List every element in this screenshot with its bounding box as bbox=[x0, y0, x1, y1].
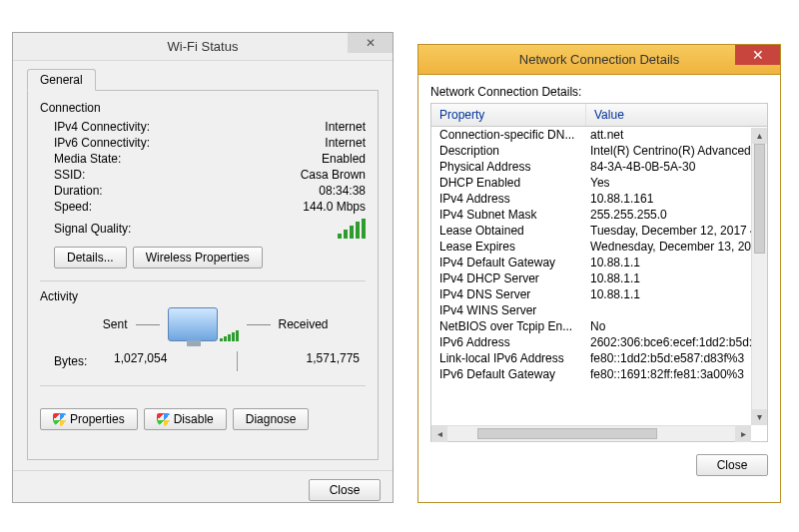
wireless-properties-button[interactable]: Wireless Properties bbox=[133, 247, 263, 268]
divider bbox=[237, 351, 238, 371]
value-cell: Yes bbox=[586, 175, 751, 191]
property-cell: Lease Obtained bbox=[431, 223, 586, 239]
property-cell: Link-local IPv6 Address bbox=[431, 350, 586, 366]
media-state-label: Media State: bbox=[54, 152, 121, 166]
signal-bars-icon bbox=[338, 219, 366, 239]
value-cell: 10.88.1.1 bbox=[586, 286, 751, 302]
property-cell: IPv4 Address bbox=[431, 191, 586, 207]
property-cell: DHCP Enabled bbox=[431, 175, 586, 191]
scrollbar-thumb[interactable] bbox=[754, 144, 765, 254]
duration-label: Duration: bbox=[54, 184, 103, 198]
close-button[interactable]: Close bbox=[696, 454, 768, 476]
property-cell: Connection-specific DN... bbox=[431, 127, 586, 143]
speed-value: 144.0 Mbps bbox=[303, 200, 366, 214]
value-cell: att.net bbox=[586, 127, 751, 143]
value-cell: Wednesday, December 13, 2017 4:55 bbox=[586, 239, 751, 255]
scroll-right-icon[interactable]: ▸ bbox=[735, 426, 751, 442]
horizontal-scrollbar[interactable]: ◂ ▸ bbox=[431, 425, 751, 441]
property-cell: IPv4 WINS Server bbox=[431, 302, 586, 318]
disable-button-label: Disable bbox=[174, 412, 214, 426]
properties-button[interactable]: Properties bbox=[40, 408, 138, 430]
signal-quality-label: Signal Quality: bbox=[54, 222, 338, 236]
tabstrip: General bbox=[27, 69, 379, 91]
signal-bars-icon bbox=[220, 329, 239, 341]
table-row[interactable]: Lease ObtainedTuesday, December 12, 2017… bbox=[431, 223, 751, 239]
table-row[interactable]: IPv6 Default Gatewayfe80::1691:82ff:fe81… bbox=[431, 366, 751, 382]
sent-label: Sent bbox=[58, 317, 128, 331]
property-cell: IPv4 Default Gateway bbox=[431, 255, 586, 270]
media-state-value: Enabled bbox=[322, 152, 366, 166]
scroll-up-icon[interactable]: ▴ bbox=[752, 128, 767, 144]
tab-general[interactable]: General bbox=[27, 69, 96, 91]
value-cell: fe80::1691:82ff:fe81:3a00%3 bbox=[586, 366, 751, 382]
close-button[interactable]: Close bbox=[309, 479, 381, 501]
network-connection-details-window: Network Connection Details ✕ Network Con… bbox=[417, 44, 781, 503]
table-row[interactable]: NetBIOS over Tcpip En...No bbox=[431, 318, 751, 334]
titlebar[interactable]: Wi-Fi Status ✕ bbox=[13, 33, 393, 61]
value-cell: 84-3A-4B-0B-5A-30 bbox=[586, 159, 751, 175]
table-row[interactable]: Connection-specific DN...att.net bbox=[431, 127, 751, 143]
ssid-label: SSID: bbox=[54, 168, 85, 182]
ipv6-connectivity-label: IPv6 Connectivity: bbox=[54, 136, 150, 150]
scroll-down-icon[interactable]: ▾ bbox=[752, 409, 767, 425]
value-cell: 10.88.1.1 bbox=[586, 255, 751, 270]
property-cell: IPv4 DNS Server bbox=[431, 286, 586, 302]
column-header-property[interactable]: Property bbox=[431, 104, 586, 126]
value-cell: 10.88.1.161 bbox=[586, 191, 751, 207]
table-row[interactable]: IPv4 WINS Server bbox=[431, 302, 751, 318]
connection-group-label: Connection bbox=[40, 101, 366, 115]
details-table: Property Value Connection-specific DN...… bbox=[430, 103, 768, 442]
diagnose-button[interactable]: Diagnose bbox=[233, 408, 310, 430]
scroll-left-icon[interactable]: ◂ bbox=[431, 426, 447, 442]
received-label: Received bbox=[279, 317, 349, 331]
close-icon[interactable]: ✕ bbox=[348, 33, 393, 53]
shield-icon bbox=[53, 413, 66, 426]
shield-icon bbox=[157, 413, 170, 426]
table-row[interactable]: IPv4 DNS Server10.88.1.1 bbox=[431, 286, 751, 302]
property-cell: NetBIOS over Tcpip En... bbox=[431, 318, 586, 334]
ssid-value: Casa Brown bbox=[301, 168, 366, 182]
property-cell: Lease Expires bbox=[431, 239, 586, 255]
close-icon[interactable]: ✕ bbox=[735, 45, 780, 65]
table-row[interactable]: IPv4 Subnet Mask255.255.255.0 bbox=[431, 207, 751, 223]
received-bytes-value: 1,571,775 bbox=[307, 351, 360, 371]
table-row[interactable]: DescriptionIntel(R) Centrino(R) Advanced… bbox=[431, 143, 751, 159]
speed-label: Speed: bbox=[54, 200, 92, 214]
activity-group-label: Activity bbox=[40, 289, 366, 303]
ipv6-connectivity-value: Internet bbox=[325, 136, 366, 150]
duration-value: 08:34:38 bbox=[319, 184, 366, 198]
disable-button[interactable]: Disable bbox=[144, 408, 227, 430]
window-title: Wi-Fi Status bbox=[168, 39, 239, 54]
wifi-status-window: Wi-Fi Status ✕ General Connection IPv4 C… bbox=[12, 32, 394, 503]
table-row[interactable]: IPv4 DHCP Server10.88.1.1 bbox=[431, 270, 751, 286]
ipv4-connectivity-label: IPv4 Connectivity: bbox=[54, 120, 150, 134]
value-cell: No bbox=[586, 318, 751, 334]
property-cell: IPv6 Default Gateway bbox=[431, 366, 586, 382]
details-subtitle: Network Connection Details: bbox=[430, 81, 768, 103]
window-title: Network Connection Details bbox=[519, 52, 679, 67]
column-header-value[interactable]: Value bbox=[586, 104, 767, 126]
value-cell: 255.255.255.0 bbox=[586, 207, 751, 223]
table-row[interactable]: DHCP EnabledYes bbox=[431, 175, 751, 191]
properties-button-label: Properties bbox=[70, 412, 125, 426]
table-row[interactable]: Link-local IPv6 Addressfe80::1dd2:b5d:e5… bbox=[431, 350, 751, 366]
table-row[interactable]: Lease ExpiresWednesday, December 13, 201… bbox=[431, 239, 751, 255]
value-cell: Tuesday, December 12, 2017 4:55:25 bbox=[586, 223, 751, 239]
table-row[interactable]: Physical Address84-3A-4B-0B-5A-30 bbox=[431, 159, 751, 175]
bytes-label: Bytes: bbox=[54, 354, 114, 368]
table-row[interactable]: IPv4 Default Gateway10.88.1.1 bbox=[431, 255, 751, 270]
details-button[interactable]: Details... bbox=[54, 247, 127, 268]
property-cell: IPv6 Address bbox=[431, 334, 586, 350]
titlebar[interactable]: Network Connection Details ✕ bbox=[418, 45, 780, 75]
sent-bytes-value: 1,027,054 bbox=[114, 351, 167, 371]
vertical-scrollbar[interactable]: ▴ ▾ bbox=[751, 128, 767, 425]
ipv4-connectivity-value: Internet bbox=[325, 120, 366, 134]
table-row[interactable]: IPv4 Address10.88.1.161 bbox=[431, 191, 751, 207]
table-row[interactable]: IPv6 Address2602:306:bce6:ecef:1dd2:b5d:… bbox=[431, 334, 751, 350]
scrollbar-thumb[interactable] bbox=[477, 428, 657, 439]
property-cell: Description bbox=[431, 143, 586, 159]
monitor-icon bbox=[168, 307, 218, 341]
value-cell: Intel(R) Centrino(R) Advanced-N 6205 bbox=[586, 143, 751, 159]
value-cell: 10.88.1.1 bbox=[586, 270, 751, 286]
property-cell: IPv4 Subnet Mask bbox=[431, 207, 586, 223]
